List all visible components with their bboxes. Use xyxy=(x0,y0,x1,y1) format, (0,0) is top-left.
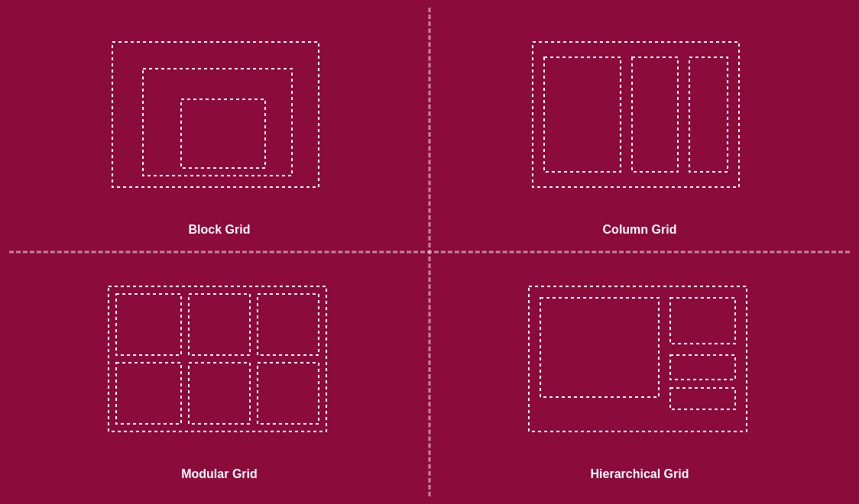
svg-rect-11 xyxy=(116,363,181,424)
modular-grid-quadrant: Modular Grid xyxy=(9,252,430,496)
svg-rect-2 xyxy=(181,99,265,168)
svg-rect-4 xyxy=(544,57,621,172)
svg-rect-14 xyxy=(529,286,747,431)
block-grid-quadrant: Block Grid xyxy=(9,8,430,252)
block-grid-label: Block Grid xyxy=(189,223,251,237)
block-grid-diagram xyxy=(24,23,414,214)
svg-rect-9 xyxy=(189,294,250,355)
modular-grid-diagram xyxy=(24,267,414,458)
svg-rect-1 xyxy=(143,69,292,176)
svg-rect-13 xyxy=(258,363,319,424)
svg-rect-10 xyxy=(258,294,319,355)
svg-rect-18 xyxy=(670,388,735,409)
svg-rect-3 xyxy=(533,42,739,187)
svg-rect-16 xyxy=(670,298,735,344)
column-grid-diagram xyxy=(445,23,835,214)
column-grid-svg xyxy=(525,34,754,202)
modular-grid-label: Modular Grid xyxy=(181,467,258,481)
svg-rect-15 xyxy=(540,298,659,397)
svg-rect-8 xyxy=(116,294,181,355)
column-grid-quadrant: Column Grid xyxy=(430,8,850,252)
svg-rect-17 xyxy=(670,355,735,380)
main-container: Block Grid Column Grid xyxy=(9,8,850,496)
hierarchical-grid-label: Hierarchical Grid xyxy=(591,467,689,481)
column-grid-label: Column Grid xyxy=(603,223,677,237)
modular-grid-svg xyxy=(101,279,338,447)
svg-rect-7 xyxy=(109,286,326,431)
block-grid-svg xyxy=(105,34,334,202)
svg-rect-12 xyxy=(189,363,250,424)
svg-rect-6 xyxy=(689,57,728,172)
hierarchical-grid-quadrant: Hierarchical Grid xyxy=(430,252,850,496)
horizontal-divider xyxy=(9,251,850,254)
hierarchical-grid-diagram xyxy=(445,267,835,458)
hierarchical-grid-svg xyxy=(521,279,758,447)
svg-rect-5 xyxy=(632,57,678,172)
